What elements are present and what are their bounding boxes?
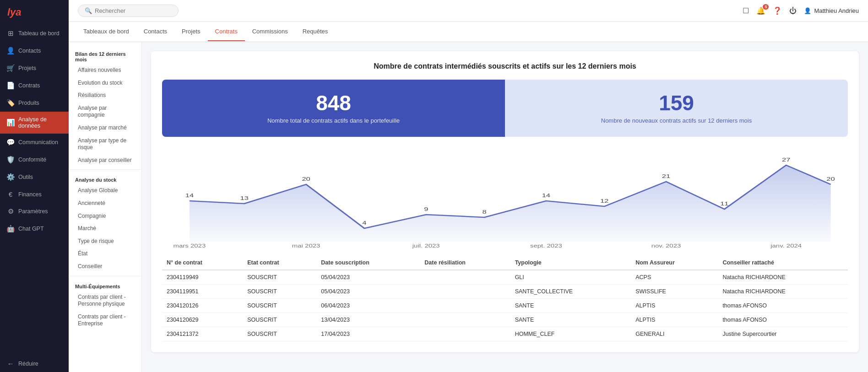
sidebar-item-contrats[interactable]: 📄 Contrats <box>0 77 69 94</box>
chart-card: Nombre de contrats intermédiés souscrits… <box>151 51 859 352</box>
tab-requetes[interactable]: Requêtes <box>295 22 336 41</box>
bell-icon[interactable]: 🔔 5 <box>756 6 765 15</box>
panel-item-marche[interactable]: Marché <box>69 222 141 235</box>
sidebar-label: Tableau de bord <box>18 30 60 37</box>
panel-item-analyse-marche[interactable]: Analyse par marché <box>69 122 141 135</box>
section-title-analyse-stock: Analyse du stock <box>69 173 141 184</box>
sidebar-item-conformite[interactable]: 🛡️ Conformité <box>0 151 69 168</box>
table-cell: SANTE <box>510 313 631 327</box>
conformite-icon: 🛡️ <box>6 156 15 164</box>
topbar: 🔍 ☐ 🔔 5 ❓ ⏻ 👤 Matthieu Andrieu <box>69 0 868 22</box>
table-cell: SOUSCRIT <box>243 299 316 313</box>
panel-item-evolution-stock[interactable]: Evolution du stock <box>69 77 141 90</box>
table-row[interactable]: 2304119951SOUSCRIT05/04/2023SANTE_COLLEC… <box>162 285 848 299</box>
th-date-resiliation: Date résiliation <box>420 256 510 270</box>
panel-item-analyse-conseiller[interactable]: Analyse par conseiller <box>69 154 141 167</box>
label-14b: 14 <box>542 193 551 199</box>
table-cell: SOUSCRIT <box>243 285 316 299</box>
user-avatar-icon: 👤 <box>804 7 811 14</box>
panel-item-contrats-physique[interactable]: Contrats par client - Personne physique <box>69 291 141 311</box>
label-9: 9 <box>424 206 428 212</box>
table-cell: GLI <box>510 270 631 285</box>
section-title-bilan: Bilan des 12 derniers mois <box>69 47 141 64</box>
projets-icon: 🛒 <box>6 64 15 72</box>
label-14: 14 <box>185 193 194 199</box>
sidebar-label: Contrats <box>18 82 40 89</box>
table-cell: SOUSCRIT <box>243 327 316 341</box>
label-4: 4 <box>362 220 366 226</box>
sidebar-item-parametres[interactable]: ⚙ Paramètres <box>0 203 69 220</box>
calendar-icon[interactable]: ☐ <box>743 6 749 15</box>
panel-item-anciennete[interactable]: Ancienneté <box>69 197 141 210</box>
sidebar-item-communication[interactable]: 💬 Communication <box>0 134 69 151</box>
th-etat: Etat contrat <box>243 256 316 270</box>
table-row[interactable]: 2304121372SOUSCRIT17/04/2023HOMME_CLEFGE… <box>162 327 848 341</box>
panel-item-analyse-globale[interactable]: Analyse Globale <box>69 184 141 197</box>
main-area: 🔍 ☐ 🔔 5 ❓ ⏻ 👤 Matthieu Andrieu Tableaux … <box>69 0 868 372</box>
panel-item-analyse-compagnie[interactable]: Analyse par compagnie <box>69 102 141 122</box>
stat-number-total: 848 <box>171 92 496 113</box>
table-cell: Justine Supercourtier <box>718 327 848 341</box>
table-cell: 05/04/2023 <box>316 285 420 299</box>
table-row[interactable]: 2304120126SOUSCRIT06/04/2023SANTEALPTISt… <box>162 299 848 313</box>
sidebar-item-contacts[interactable]: 👤 Contacts <box>0 42 69 59</box>
tab-contacts[interactable]: Contacts <box>136 22 174 41</box>
table-header-row: N° de contrat Etat contrat Date souscrip… <box>162 256 848 270</box>
question-icon[interactable]: ❓ <box>773 6 782 15</box>
sidebar-item-tableau-de-bord[interactable]: ⊞ Tableau de bord <box>0 25 69 42</box>
table-row[interactable]: 2304119949SOUSCRIT05/04/2023GLIACPSNatac… <box>162 270 848 285</box>
sidebar-item-produits[interactable]: 🏷️ Produits <box>0 94 69 112</box>
table-cell: 13/04/2023 <box>316 313 420 327</box>
panel-item-resiliations[interactable]: Résiliations <box>69 89 141 102</box>
sidebar-item-reduire[interactable]: ← Réduire <box>0 355 69 372</box>
panel-item-affaires-nouvelles[interactable]: Affaires nouvelles <box>69 64 141 77</box>
x-label-sept-2023: sept. 2023 <box>530 243 562 248</box>
chart-area <box>190 165 831 242</box>
table-cell: 2304120126 <box>162 299 243 313</box>
table-cell: 2304120629 <box>162 313 243 327</box>
sidebar-item-analyse-donnees[interactable]: 📊 Analyse de données <box>0 112 69 134</box>
panel-divider-2 <box>69 276 141 276</box>
content-area: Nombre de contrats intermédiés souscrits… <box>142 42 868 372</box>
tab-projets[interactable]: Projets <box>174 22 207 41</box>
stats-row: 848 Nombre total de contrats actifs dans… <box>162 80 848 137</box>
table-cell: HOMME_CLEF <box>510 327 631 341</box>
table-cell <box>420 313 510 327</box>
table-cell <box>420 327 510 341</box>
sidebar-label: Produits <box>18 100 39 106</box>
table-row[interactable]: 2304120629SOUSCRIT13/04/2023SANTEALPTISt… <box>162 313 848 327</box>
label-20: 20 <box>302 176 310 182</box>
sidebar-label: Chat GPT <box>18 226 44 232</box>
sidebar: lya ⊞ Tableau de bord 👤 Contacts 🛒 Proje… <box>0 0 69 372</box>
search-input[interactable] <box>95 7 168 14</box>
body-area: Bilan des 12 derniers mois Affaires nouv… <box>69 42 868 372</box>
table-cell: 2304121372 <box>162 327 243 341</box>
stat-box-total: 848 Nombre total de contrats actifs dans… <box>162 80 505 137</box>
communication-icon: 💬 <box>6 138 15 146</box>
th-contract-num: N° de contrat <box>162 256 243 270</box>
table-cell <box>420 270 510 285</box>
x-label-mars-2023: mars 2023 <box>174 243 206 248</box>
table-cell: ACPS <box>631 270 718 285</box>
section-title-multi-equipements: Multi-Équipements <box>69 279 141 291</box>
search-box[interactable]: 🔍 <box>78 5 179 17</box>
panel-item-compagnie[interactable]: Compagnie <box>69 210 141 223</box>
panel-item-contrats-entreprise[interactable]: Contrats par client - Entreprise <box>69 311 141 330</box>
sidebar-item-projets[interactable]: 🛒 Projets <box>0 59 69 77</box>
tab-tableaux-de-bord[interactable]: Tableaux de bord <box>76 22 136 41</box>
panel-item-type-risque[interactable]: Type de risque <box>69 235 141 248</box>
tab-commissions[interactable]: Commissions <box>245 22 295 41</box>
label-21: 21 <box>662 173 671 179</box>
panel-item-conseiller[interactable]: Conseiller <box>69 260 141 273</box>
outils-icon: ⚙️ <box>6 173 15 181</box>
table-cell: 2304119951 <box>162 285 243 299</box>
power-icon[interactable]: ⏻ <box>789 7 797 15</box>
panel-item-analyse-type-risque[interactable]: Analyse par type de risque <box>69 135 141 154</box>
user-info[interactable]: 👤 Matthieu Andrieu <box>804 7 859 14</box>
sidebar-item-chat-gpt[interactable]: 🤖 Chat GPT <box>0 220 69 237</box>
tab-contrats[interactable]: Contrats <box>208 22 245 41</box>
sidebar-item-finances[interactable]: € Finances <box>0 186 69 203</box>
sidebar-item-outils[interactable]: ⚙️ Outils <box>0 168 69 186</box>
sidebar-label: Analyse de données <box>18 116 62 129</box>
panel-item-etat[interactable]: État <box>69 248 141 260</box>
